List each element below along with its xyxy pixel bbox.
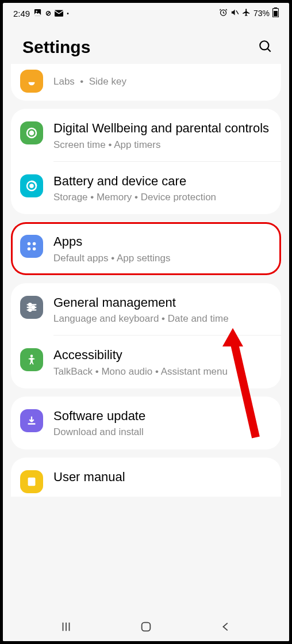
svg-point-19	[29, 303, 32, 306]
item-title: Battery and device care	[53, 173, 271, 189]
alarm-icon	[219, 8, 228, 18]
more-icon: •	[67, 10, 69, 17]
accessibility-icon	[20, 348, 43, 371]
svg-point-14	[28, 242, 31, 246]
mute-icon	[230, 8, 239, 18]
card-device: Digital Wellbeing and parental controls …	[11, 109, 281, 214]
battery-percent: 73%	[253, 9, 270, 18]
labs-icon	[20, 70, 43, 93]
svg-line-9	[267, 48, 270, 51]
search-button[interactable]	[258, 39, 273, 56]
item-subtitle: Side key	[89, 76, 126, 87]
settings-item-general[interactable]: General management Language and keyboard…	[11, 283, 281, 336]
svg-point-8	[260, 41, 268, 49]
screen: 2:49 ⊘ • 73% Setti	[3, 3, 289, 641]
item-subtitle: Download and install	[53, 426, 271, 439]
svg-point-11	[30, 131, 33, 135]
svg-point-13	[30, 184, 33, 187]
settings-item-software[interactable]: Software update Download and install	[11, 397, 281, 449]
settings-item-accessibility[interactable]: Accessibility TalkBack • Mono audio • As…	[11, 336, 281, 388]
page-title: Settings	[22, 37, 90, 57]
svg-rect-7	[274, 11, 278, 16]
item-subtitle: Language and keyboard • Date and time	[53, 313, 271, 325]
general-icon	[20, 296, 43, 319]
item-title: Software update	[53, 408, 271, 424]
svg-point-21	[32, 306, 34, 308]
svg-rect-25	[28, 477, 36, 486]
card-labs: Labs • Side key	[11, 64, 281, 101]
apps-icon	[20, 235, 43, 258]
settings-item-wellbeing[interactable]: Digital Wellbeing and parental controls …	[11, 109, 281, 162]
card-system: General management Language and keyboard…	[11, 283, 281, 388]
camera-off-icon: ⊘	[45, 9, 51, 17]
item-title: User manual	[53, 469, 271, 485]
header: Settings	[3, 21, 289, 67]
card-apps-highlighted: Apps Default apps • App settings	[11, 222, 281, 275]
svg-point-16	[28, 247, 31, 251]
item-title: Apps	[53, 234, 271, 250]
svg-point-15	[33, 242, 36, 246]
airplane-icon	[242, 8, 251, 18]
svg-point-17	[33, 247, 36, 251]
item-subtitle: TalkBack • Mono audio • Assistant menu	[53, 365, 271, 378]
svg-point-23	[29, 308, 32, 311]
settings-item-manual[interactable]: User manual	[11, 458, 281, 497]
item-title: Digital Wellbeing and parental controls	[53, 120, 271, 136]
navigation-bar	[3, 613, 289, 641]
card-software: Software update Download and install	[11, 397, 281, 449]
nav-recents-button[interactable]	[60, 620, 72, 635]
settings-item-apps[interactable]: Apps Default apps • App settings	[11, 222, 281, 275]
svg-point-1	[36, 10, 38, 12]
settings-list: Labs • Side key Digital Wellbeing and pa…	[3, 64, 289, 497]
nav-back-button[interactable]	[220, 620, 232, 635]
battery-icon	[272, 7, 279, 19]
battery-care-icon	[20, 174, 43, 197]
nav-home-button[interactable]	[140, 620, 152, 635]
item-subtitle: Default apps • App settings	[53, 252, 271, 265]
software-update-icon	[20, 409, 43, 432]
item-title: Accessibility	[53, 347, 271, 363]
gallery-icon	[33, 8, 42, 18]
svg-point-24	[30, 355, 33, 358]
settings-item-battery[interactable]: Battery and device care Storage • Memory…	[11, 162, 281, 215]
manual-icon	[20, 470, 43, 493]
mail-icon	[55, 9, 63, 18]
svg-rect-32	[142, 622, 151, 631]
status-bar: 2:49 ⊘ • 73%	[3, 3, 289, 21]
item-title: Labs	[53, 76, 75, 87]
item-subtitle: Storage • Memory • Device protection	[53, 191, 271, 204]
item-title: General management	[53, 295, 271, 311]
status-time: 2:49	[13, 9, 30, 18]
wellbeing-icon	[20, 121, 43, 144]
settings-item-labs[interactable]: Labs • Side key	[11, 64, 281, 101]
item-subtitle: Screen time • App timers	[53, 139, 271, 151]
card-manual: User manual	[11, 458, 281, 497]
svg-line-4	[236, 10, 239, 14]
